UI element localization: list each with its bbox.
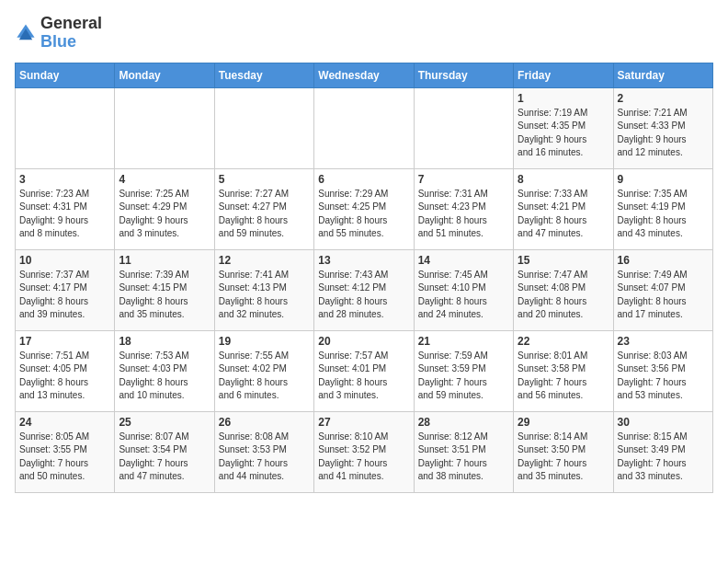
week-row-5: 24Sunrise: 8:05 AM Sunset: 3:55 PM Dayli… (16, 411, 713, 492)
day-number: 22 (518, 335, 609, 348)
day-info: Sunrise: 8:07 AM Sunset: 3:54 PM Dayligh… (119, 431, 210, 484)
week-row-3: 10Sunrise: 7:37 AM Sunset: 4:17 PM Dayli… (16, 249, 713, 330)
day-number: 20 (318, 335, 409, 348)
calendar-cell: 25Sunrise: 8:07 AM Sunset: 3:54 PM Dayli… (115, 411, 214, 492)
day-number: 17 (19, 335, 110, 348)
day-info: Sunrise: 8:15 AM Sunset: 3:49 PM Dayligh… (618, 431, 709, 484)
day-number: 1 (518, 92, 609, 105)
day-info: Sunrise: 7:51 AM Sunset: 4:05 PM Dayligh… (19, 350, 110, 403)
calendar-cell (314, 87, 414, 168)
day-info: Sunrise: 8:08 AM Sunset: 3:53 PM Dayligh… (219, 431, 310, 484)
days-header-row: SundayMondayTuesdayWednesdayThursdayFrid… (16, 63, 713, 87)
day-number: 5 (219, 173, 310, 186)
calendar-cell: 12Sunrise: 7:41 AM Sunset: 4:13 PM Dayli… (214, 249, 313, 330)
day-info: Sunrise: 7:31 AM Sunset: 4:23 PM Dayligh… (418, 188, 509, 241)
calendar-cell: 30Sunrise: 8:15 AM Sunset: 3:49 PM Dayli… (613, 411, 712, 492)
day-number: 13 (318, 254, 409, 267)
calendar-cell: 5Sunrise: 7:27 AM Sunset: 4:27 PM Daylig… (214, 168, 313, 249)
day-number: 15 (518, 254, 609, 267)
day-info: Sunrise: 7:29 AM Sunset: 4:25 PM Dayligh… (318, 188, 409, 241)
calendar-cell: 29Sunrise: 8:14 AM Sunset: 3:50 PM Dayli… (514, 411, 613, 492)
day-info: Sunrise: 8:10 AM Sunset: 3:52 PM Dayligh… (318, 431, 409, 484)
day-info: Sunrise: 7:27 AM Sunset: 4:27 PM Dayligh… (219, 188, 310, 241)
day-info: Sunrise: 7:57 AM Sunset: 4:01 PM Dayligh… (318, 350, 409, 403)
week-row-4: 17Sunrise: 7:51 AM Sunset: 4:05 PM Dayli… (16, 330, 713, 411)
calendar-cell: 26Sunrise: 8:08 AM Sunset: 3:53 PM Dayli… (214, 411, 313, 492)
calendar-cell: 11Sunrise: 7:39 AM Sunset: 4:15 PM Dayli… (115, 249, 214, 330)
calendar-cell: 9Sunrise: 7:35 AM Sunset: 4:19 PM Daylig… (613, 168, 712, 249)
day-number: 21 (418, 335, 509, 348)
day-header-friday: Friday (514, 63, 613, 87)
day-number: 9 (618, 173, 709, 186)
calendar-cell: 3Sunrise: 7:23 AM Sunset: 4:31 PM Daylig… (16, 168, 115, 249)
calendar-cell (414, 87, 513, 168)
day-info: Sunrise: 7:49 AM Sunset: 4:07 PM Dayligh… (618, 269, 709, 322)
day-header-saturday: Saturday (613, 63, 712, 87)
calendar-cell: 23Sunrise: 8:03 AM Sunset: 3:56 PM Dayli… (613, 330, 712, 411)
day-number: 29 (518, 416, 609, 429)
logo-icon (15, 22, 37, 44)
calendar-cell: 10Sunrise: 7:37 AM Sunset: 4:17 PM Dayli… (16, 249, 115, 330)
day-info: Sunrise: 7:41 AM Sunset: 4:13 PM Dayligh… (219, 269, 310, 322)
day-info: Sunrise: 7:39 AM Sunset: 4:15 PM Dayligh… (119, 269, 210, 322)
day-number: 14 (418, 254, 509, 267)
day-header-thursday: Thursday (414, 63, 513, 87)
day-info: Sunrise: 7:53 AM Sunset: 4:03 PM Dayligh… (119, 350, 210, 403)
calendar-cell: 15Sunrise: 7:47 AM Sunset: 4:08 PM Dayli… (514, 249, 613, 330)
calendar-cell: 28Sunrise: 8:12 AM Sunset: 3:51 PM Dayli… (414, 411, 513, 492)
calendar-cell: 19Sunrise: 7:55 AM Sunset: 4:02 PM Dayli… (214, 330, 313, 411)
calendar-cell (214, 87, 313, 168)
day-info: Sunrise: 7:21 AM Sunset: 4:33 PM Dayligh… (618, 107, 709, 160)
day-number: 30 (618, 416, 709, 429)
day-number: 12 (219, 254, 310, 267)
day-info: Sunrise: 8:14 AM Sunset: 3:50 PM Dayligh… (518, 431, 609, 484)
calendar-cell: 2Sunrise: 7:21 AM Sunset: 4:33 PM Daylig… (613, 87, 712, 168)
day-number: 25 (119, 416, 210, 429)
logo-text: General Blue (40, 15, 102, 52)
day-header-wednesday: Wednesday (314, 63, 414, 87)
day-header-monday: Monday (115, 63, 214, 87)
day-number: 4 (119, 173, 210, 186)
day-header-tuesday: Tuesday (214, 63, 313, 87)
calendar-table: SundayMondayTuesdayWednesdayThursdayFrid… (15, 63, 713, 493)
day-number: 19 (219, 335, 310, 348)
calendar-cell: 1Sunrise: 7:19 AM Sunset: 4:35 PM Daylig… (514, 87, 613, 168)
calendar-cell: 4Sunrise: 7:25 AM Sunset: 4:29 PM Daylig… (115, 168, 214, 249)
week-row-1: 1Sunrise: 7:19 AM Sunset: 4:35 PM Daylig… (16, 87, 713, 168)
day-number: 6 (318, 173, 409, 186)
day-number: 26 (219, 416, 310, 429)
day-info: Sunrise: 7:43 AM Sunset: 4:12 PM Dayligh… (318, 269, 409, 322)
day-number: 7 (418, 173, 509, 186)
day-info: Sunrise: 8:03 AM Sunset: 3:56 PM Dayligh… (618, 350, 709, 403)
day-number: 3 (19, 173, 110, 186)
day-info: Sunrise: 7:25 AM Sunset: 4:29 PM Dayligh… (119, 188, 210, 241)
day-info: Sunrise: 7:37 AM Sunset: 4:17 PM Dayligh… (19, 269, 110, 322)
calendar-cell: 22Sunrise: 8:01 AM Sunset: 3:58 PM Dayli… (514, 330, 613, 411)
day-info: Sunrise: 7:47 AM Sunset: 4:08 PM Dayligh… (518, 269, 609, 322)
calendar-cell: 20Sunrise: 7:57 AM Sunset: 4:01 PM Dayli… (314, 330, 414, 411)
calendar-cell: 18Sunrise: 7:53 AM Sunset: 4:03 PM Dayli… (115, 330, 214, 411)
calendar-cell (16, 87, 115, 168)
day-number: 2 (618, 92, 709, 105)
calendar-cell: 27Sunrise: 8:10 AM Sunset: 3:52 PM Dayli… (314, 411, 414, 492)
calendar-cell: 8Sunrise: 7:33 AM Sunset: 4:21 PM Daylig… (514, 168, 613, 249)
day-info: Sunrise: 7:59 AM Sunset: 3:59 PM Dayligh… (418, 350, 509, 403)
day-header-sunday: Sunday (16, 63, 115, 87)
day-info: Sunrise: 8:12 AM Sunset: 3:51 PM Dayligh… (418, 431, 509, 484)
day-info: Sunrise: 7:33 AM Sunset: 4:21 PM Dayligh… (518, 188, 609, 241)
page-header: General Blue (15, 15, 713, 52)
day-info: Sunrise: 7:55 AM Sunset: 4:02 PM Dayligh… (219, 350, 310, 403)
day-number: 18 (119, 335, 210, 348)
calendar-cell: 14Sunrise: 7:45 AM Sunset: 4:10 PM Dayli… (414, 249, 513, 330)
calendar-cell (115, 87, 214, 168)
day-number: 11 (119, 254, 210, 267)
logo: General Blue (15, 15, 102, 52)
day-number: 27 (318, 416, 409, 429)
day-info: Sunrise: 7:23 AM Sunset: 4:31 PM Dayligh… (19, 188, 110, 241)
day-info: Sunrise: 7:45 AM Sunset: 4:10 PM Dayligh… (418, 269, 509, 322)
day-info: Sunrise: 7:35 AM Sunset: 4:19 PM Dayligh… (618, 188, 709, 241)
day-number: 10 (19, 254, 110, 267)
calendar-cell: 6Sunrise: 7:29 AM Sunset: 4:25 PM Daylig… (314, 168, 414, 249)
day-info: Sunrise: 8:05 AM Sunset: 3:55 PM Dayligh… (19, 431, 110, 484)
week-row-2: 3Sunrise: 7:23 AM Sunset: 4:31 PM Daylig… (16, 168, 713, 249)
